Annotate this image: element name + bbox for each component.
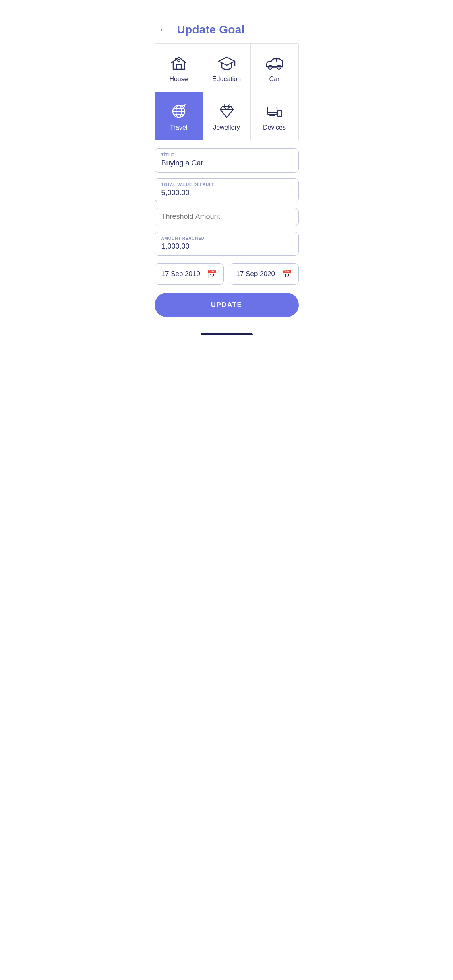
jewellery-icon: [216, 103, 237, 120]
back-icon: ←: [159, 25, 168, 35]
threshold-input[interactable]: [161, 212, 292, 221]
house-icon: [168, 55, 189, 72]
category-house[interactable]: House: [155, 44, 203, 92]
devices-icon: [264, 103, 285, 120]
end-date-text: 17 Sep 2020: [236, 270, 275, 278]
title-label: TİTLE: [161, 153, 292, 157]
svg-line-16: [227, 106, 231, 109]
start-calendar-icon: 📅: [207, 269, 217, 279]
home-bar: [201, 333, 253, 335]
category-jewellery-label: Jewellery: [213, 124, 240, 131]
status-bar: [148, 0, 305, 18]
category-travel-label: Travel: [170, 124, 188, 131]
page-title: Update Goal: [177, 23, 245, 36]
svg-rect-0: [176, 64, 181, 69]
category-travel[interactable]: Travel: [155, 92, 203, 140]
category-grid: House Education Car: [155, 43, 299, 140]
svg-line-13: [220, 106, 223, 109]
travel-icon: [168, 103, 189, 120]
education-icon: [216, 55, 237, 72]
svg-marker-2: [219, 57, 235, 65]
back-button[interactable]: ←: [156, 23, 171, 37]
update-button[interactable]: UPDATE: [155, 293, 299, 317]
category-devices[interactable]: Devices: [251, 92, 299, 140]
svg-rect-18: [267, 107, 277, 114]
date-row: 17 Sep 2019 📅 17 Sep 2020 📅: [155, 263, 299, 285]
total-input-group[interactable]: TOTAL VALUE DEFAULT: [155, 178, 299, 202]
header: ← Update Goal: [148, 18, 305, 43]
amount-input[interactable]: [161, 242, 292, 251]
form-section: TİTLE TOTAL VALUE DEFAULT AMOUNT REACHED…: [148, 140, 305, 285]
total-input[interactable]: [161, 189, 292, 197]
car-icon: [264, 55, 285, 72]
category-car[interactable]: Car: [251, 44, 299, 92]
svg-marker-12: [220, 109, 233, 117]
svg-line-15: [223, 106, 227, 109]
svg-line-14: [231, 106, 233, 109]
svg-point-1: [178, 59, 180, 62]
total-label: TOTAL VALUE DEFAULT: [161, 183, 292, 187]
category-education-label: Education: [212, 76, 241, 83]
start-date-text: 17 Sep 2019: [161, 270, 200, 278]
category-jewellery[interactable]: Jewellery: [203, 92, 251, 140]
svg-point-24: [279, 115, 280, 116]
amount-input-group[interactable]: AMOUNT REACHED: [155, 232, 299, 256]
end-calendar-icon: 📅: [282, 269, 292, 279]
title-input[interactable]: [161, 159, 292, 167]
category-education[interactable]: Education: [203, 44, 251, 92]
category-devices-label: Devices: [263, 124, 286, 131]
home-indicator: [148, 333, 305, 339]
title-input-group[interactable]: TİTLE: [155, 148, 299, 173]
category-house-label: House: [169, 76, 188, 83]
start-date-picker[interactable]: 17 Sep 2019 📅: [155, 263, 224, 285]
category-car-label: Car: [269, 76, 280, 83]
threshold-input-group[interactable]: [155, 208, 299, 226]
end-date-picker[interactable]: 17 Sep 2020 📅: [230, 263, 299, 285]
amount-label: AMOUNT REACHED: [161, 236, 292, 241]
